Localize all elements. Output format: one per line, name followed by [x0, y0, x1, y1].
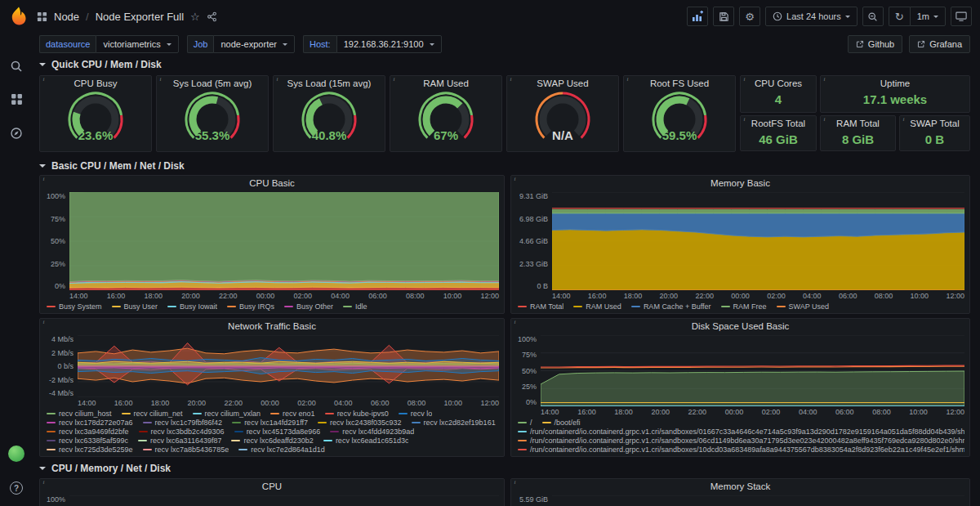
legend-item[interactable]: recv lxc4fdd4923b9ad [330, 428, 414, 436]
panel-title[interactable]: Memory Basic [511, 176, 969, 191]
legend-item[interactable]: /boot/efi [542, 419, 581, 427]
plot-area[interactable] [552, 192, 964, 290]
plot-area[interactable] [541, 335, 964, 406]
legend-item[interactable]: recv cilium_net [122, 410, 183, 418]
legend-item[interactable]: recv lxc7a8b5436785e [143, 446, 229, 454]
dashboard-settings-button[interactable]: ⚙ [739, 7, 760, 26]
legend-item[interactable]: /run/containerd/io.containerd.grpc.v1.cr… [518, 446, 964, 454]
var-value-datasource[interactable]: victoriametrics [96, 35, 178, 53]
legend-item[interactable]: recv lxc2d82ef19b161 [412, 419, 496, 427]
panel-info-icon[interactable]: i [741, 116, 748, 123]
legend-item[interactable]: Busy Other [284, 302, 333, 311]
legend-item[interactable]: recv eno1 [270, 410, 315, 418]
legend-item[interactable]: recv lxc6338f5af599c [47, 437, 128, 445]
legend-item[interactable]: RAM Total [518, 302, 564, 311]
legend-item[interactable]: SWAP Used [777, 302, 830, 311]
legend-item[interactable]: recv lxc178d272e07a6 [47, 419, 133, 427]
legend-item[interactable]: recv lxc6a3116439f87 [138, 437, 221, 445]
panel-title[interactable]: RAM Total [821, 116, 895, 132]
legend-item[interactable]: recv lxc3a9469fd2bfe [47, 428, 129, 436]
panel-info-icon[interactable]: i [507, 76, 514, 83]
legend-item[interactable]: Busy System [47, 302, 102, 311]
cycle-view-mode-button[interactable] [951, 7, 972, 26]
legend-item[interactable]: RAM Free [721, 302, 767, 311]
refresh-interval-picker[interactable]: 1m [910, 7, 946, 26]
row-header-quick-cpu-mem-disk[interactable]: Quick CPU / Mem / Disk [39, 58, 162, 71]
panel-info-icon[interactable]: i [390, 76, 398, 83]
time-range-picker[interactable]: Last 24 hours [765, 7, 858, 26]
user-avatar[interactable] [8, 446, 24, 462]
legend-item[interactable]: / [518, 419, 532, 427]
panel-info-icon[interactable]: i [40, 479, 47, 486]
panel-title[interactable]: Network Traffic Basic [40, 319, 504, 334]
row-header-cpu-memory-net-disk[interactable]: CPU / Memory / Net / Disk [39, 462, 171, 475]
panel-info-icon[interactable]: i [511, 319, 519, 326]
legend-item[interactable]: RAM Used [573, 302, 621, 311]
panel-info-icon[interactable]: i [274, 76, 281, 83]
legend-item[interactable]: recv lxc1a4fd291ff7 [232, 419, 308, 427]
legend-item[interactable]: Busy Iowait [167, 302, 217, 311]
refresh-button[interactable]: ↻ [889, 7, 910, 26]
dashboards-icon[interactable] [10, 92, 24, 106]
grafana-link-button[interactable]: Grafana [909, 35, 970, 53]
var-value-job[interactable]: node-exporter [213, 35, 295, 53]
legend-item[interactable]: recv kube-ipvs0 [325, 410, 389, 418]
legend-item[interactable]: /run/containerd/io.containerd.grpc.v1.cr… [518, 428, 964, 436]
panel-title[interactable]: CPU [40, 479, 504, 495]
panel-info-icon[interactable]: i [511, 176, 519, 183]
legend-item[interactable]: recv lxc725d3de5259e [47, 446, 133, 454]
panel-title[interactable]: Uptime [821, 76, 969, 92]
x-axis-label: 20:00 [660, 292, 679, 300]
panel-info-icon[interactable]: i [40, 76, 47, 83]
legend-marker [47, 306, 56, 307]
legend-item[interactable]: recv lxc1c79fbf86f42 [143, 419, 223, 427]
share-icon[interactable] [207, 11, 217, 22]
legend-item[interactable]: recv lxc6ead1c651d3c [323, 437, 409, 445]
plot-area[interactable] [69, 495, 499, 506]
breadcrumb-folder[interactable]: Node [54, 11, 79, 23]
legend-item[interactable]: recv lo [399, 410, 433, 418]
panel-title[interactable]: CPU Basic [40, 176, 504, 191]
panel-info-icon[interactable]: i [900, 116, 907, 123]
plot-area[interactable] [78, 335, 499, 397]
plot-area[interactable] [69, 192, 499, 290]
plot-area[interactable] [552, 495, 964, 506]
legend-item[interactable]: /run/containerd/io.containerd.grpc.v1.cr… [518, 437, 964, 445]
explore-compass-icon[interactable] [10, 126, 24, 140]
legend-item[interactable]: recv lxc45173da8e966 [234, 428, 321, 436]
legend-item[interactable]: recv cilium_host [47, 410, 112, 418]
row-header-basic-cpu-mem-net-disk[interactable]: Basic CPU / Mem / Net / Disk [39, 159, 185, 172]
legend-item[interactable]: RAM Cache + Buffer [631, 302, 711, 311]
save-dashboard-button[interactable] [713, 7, 734, 26]
panel-info-icon[interactable]: i [624, 76, 631, 83]
panel-title[interactable]: Memory Stack [511, 479, 969, 495]
github-link-button[interactable]: Github [848, 35, 902, 53]
panel-info-icon[interactable]: i [821, 116, 828, 123]
panel-title[interactable]: CPU Cores [741, 76, 816, 92]
legend-item[interactable]: Idle [343, 302, 368, 311]
panel-info-icon[interactable]: i [741, 76, 748, 83]
panel-info-icon[interactable]: i [40, 176, 47, 183]
panel-info-icon[interactable]: i [157, 76, 164, 83]
zoom-out-button[interactable] [862, 7, 884, 26]
panel-info-icon[interactable]: i [40, 319, 47, 326]
legend-item[interactable]: Busy IRQs [227, 302, 274, 311]
help-icon[interactable]: ? [10, 481, 23, 495]
legend-item[interactable]: recv cilium_vxlan [193, 410, 261, 418]
panel-title[interactable]: Disk Space Used Basic [511, 319, 969, 334]
legend-item[interactable]: recv lxc3bdb2c4d9306 [139, 428, 225, 436]
breadcrumb-dashboard-title[interactable]: Node Exporter Full [96, 11, 184, 23]
var-value-host[interactable]: 192.168.36.21:9100 [336, 35, 442, 53]
panel-info-icon[interactable]: i [511, 479, 519, 486]
legend-item[interactable]: recv lxc7e2d864a1d1d [238, 446, 325, 454]
panel-info-icon[interactable]: i [821, 76, 828, 83]
search-icon[interactable] [10, 59, 24, 73]
legend-item[interactable]: Busy User [112, 302, 158, 311]
legend-item[interactable]: recv lxc6deaffd230b2 [231, 437, 313, 445]
add-panel-button[interactable] [687, 7, 708, 26]
grafana-logo[interactable] [8, 6, 29, 27]
star-icon[interactable]: ☆ [190, 11, 200, 23]
legend-item[interactable]: recv lxc2438f035c932 [318, 419, 402, 427]
panel-title[interactable]: SWAP Total [900, 116, 969, 132]
panel-title[interactable]: RootFS Total [741, 116, 816, 132]
